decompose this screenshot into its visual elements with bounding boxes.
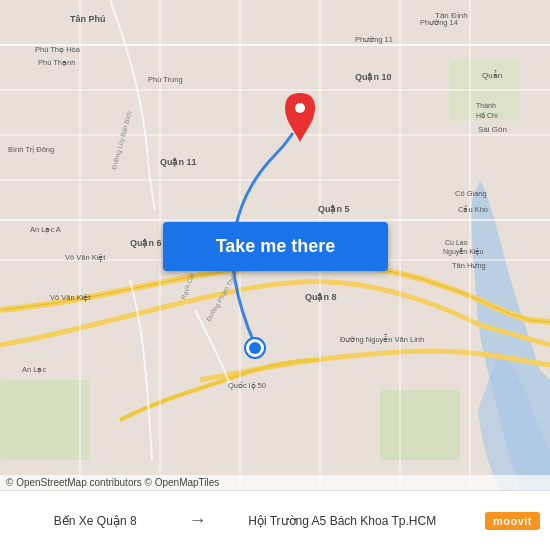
svg-text:Cô Giang: Cô Giang — [455, 189, 487, 198]
svg-text:Vô Văn Kiệt: Vô Văn Kiệt — [50, 293, 91, 302]
svg-text:Thành: Thành — [476, 102, 496, 109]
svg-text:An Lạc A: An Lạc A — [30, 225, 61, 234]
svg-point-17 — [249, 342, 261, 354]
svg-text:An Lạc: An Lạc — [22, 365, 46, 374]
svg-text:Phú Thọ Hòa: Phú Thọ Hòa — [35, 45, 81, 54]
svg-text:Phú Thạnh: Phú Thạnh — [38, 58, 75, 67]
svg-rect-2 — [0, 380, 90, 460]
svg-rect-1 — [380, 390, 460, 460]
svg-text:Phường 14: Phường 14 — [420, 18, 458, 27]
svg-text:Quận 11: Quận 11 — [160, 157, 197, 167]
attribution-text: © OpenStreetMap contributors © OpenMapTi… — [6, 477, 219, 488]
bottom-bar: moovit Bến Xe Quận 8 → Hội Trường A5 Bác… — [0, 490, 550, 550]
svg-text:Hồ Chí: Hồ Chí — [476, 112, 498, 119]
moovit-logo: moovit — [485, 512, 540, 530]
svg-text:Quốc lộ 50: Quốc lộ 50 — [228, 381, 266, 390]
svg-text:Đường Nguyễn Văn Linh: Đường Nguyễn Văn Linh — [340, 334, 424, 344]
svg-text:Quận 6: Quận 6 — [130, 238, 162, 248]
svg-text:Cầu Kho: Cầu Kho — [458, 205, 488, 214]
svg-text:Bình Trị Đông: Bình Trị Đông — [8, 145, 54, 154]
origin-label: Bến Xe Quận 8 — [10, 514, 184, 528]
svg-text:Quận 8: Quận 8 — [305, 292, 337, 302]
svg-text:Quận 10: Quận 10 — [355, 72, 392, 82]
svg-text:Quận 5: Quận 5 — [318, 204, 350, 214]
svg-text:Tân Hưng: Tân Hưng — [452, 261, 486, 270]
svg-text:Phú Trung: Phú Trung — [148, 75, 183, 84]
map-container: Tân Phú Tân Định Quận 10 Phường 14 Phườn… — [0, 0, 550, 490]
svg-point-18 — [295, 103, 305, 113]
svg-text:Tân Phú: Tân Phú — [70, 14, 106, 24]
svg-text:Vô Văn Kiệt: Vô Văn Kiệt — [65, 253, 106, 262]
svg-text:Cù Lao: Cù Lao — [445, 239, 468, 246]
svg-text:Nguyễn Kiệu: Nguyễn Kiệu — [443, 248, 483, 256]
arrow-icon: → — [184, 510, 210, 531]
svg-text:Phường 11: Phường 11 — [355, 35, 393, 44]
map-attribution: © OpenStreetMap contributors © OpenMapTi… — [0, 475, 550, 490]
svg-text:Quản: Quản — [482, 70, 502, 80]
svg-text:Sài Gòn: Sài Gòn — [478, 125, 507, 134]
take-me-there-button[interactable]: Take me there — [163, 222, 388, 271]
